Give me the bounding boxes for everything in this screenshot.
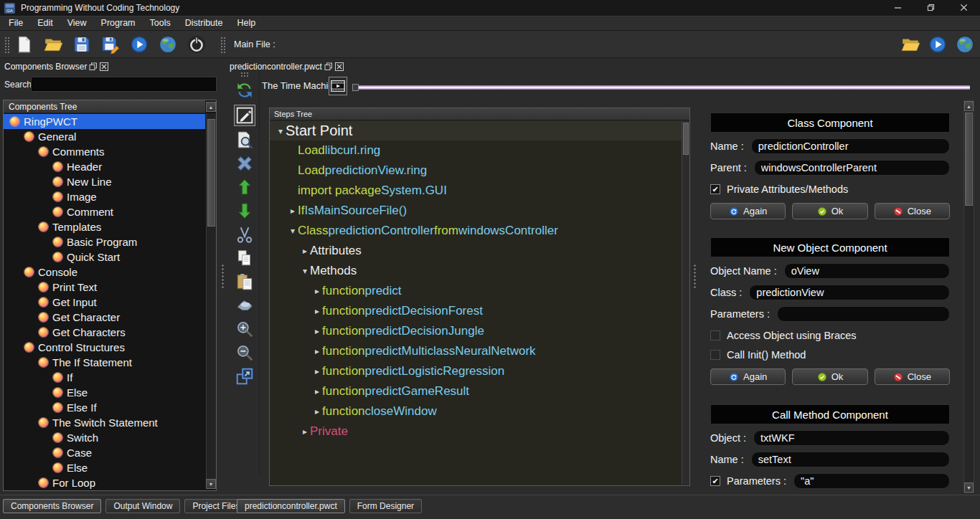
private-attributes-checkbox[interactable] <box>710 184 720 194</box>
tree-item-control-structures[interactable]: Control Structures <box>4 340 205 355</box>
expander-icon[interactable]: ▸ <box>288 206 298 216</box>
step-class-predictioncontroller-from-windowscontroller[interactable]: ▾Class predictionController from windows… <box>270 221 682 241</box>
expander-icon[interactable]: ▸ <box>312 306 322 316</box>
menu-view[interactable]: View <box>60 16 94 30</box>
expander-icon[interactable]: ▸ <box>312 386 322 396</box>
globe-icon[interactable] <box>159 35 177 54</box>
tree-item-else-if[interactable]: Else If <box>4 400 205 415</box>
steps-toolbar-grip[interactable] <box>240 72 249 78</box>
tree-item-print-text[interactable]: Print Text <box>4 280 205 295</box>
tree-item-header[interactable]: Header <box>4 159 205 174</box>
tree-item-get-characters[interactable]: Get Characters <box>4 325 205 340</box>
menu-distribute[interactable]: Distribute <box>178 16 230 30</box>
new-file-icon[interactable] <box>15 35 34 54</box>
globe-icon[interactable] <box>956 35 974 54</box>
expander-icon[interactable]: ▸ <box>312 326 322 336</box>
open-folder-icon[interactable] <box>901 35 920 54</box>
float-icon[interactable] <box>89 62 98 71</box>
step-private[interactable]: ▸Private <box>270 422 682 442</box>
tree-item-else[interactable]: Else <box>4 460 205 475</box>
run-icon[interactable] <box>928 35 947 54</box>
slider-handle[interactable] <box>352 84 359 91</box>
step-load-predictionview-ring[interactable]: Load predictionView.ring <box>270 161 682 181</box>
time-machine-play-button[interactable] <box>329 77 347 95</box>
step-attributes[interactable]: ▸Attributes <box>270 241 682 261</box>
close-window-button[interactable] <box>947 0 980 16</box>
object-name-input[interactable] <box>784 263 950 279</box>
expander-icon[interactable]: ▸ <box>300 427 310 437</box>
step-function-predictmulticlassneuralnetwork[interactable]: ▸function predictMulticlassNeuralNetwork <box>270 341 682 361</box>
close-icon[interactable] <box>335 62 344 71</box>
close-icon[interactable] <box>100 62 108 71</box>
time-machine-slider[interactable] <box>354 85 970 90</box>
forms-scrollbar[interactable] <box>963 100 974 493</box>
expander-icon[interactable]: ▸ <box>312 366 322 376</box>
tree-item-get-input[interactable]: Get Input <box>4 295 205 310</box>
step-start-point[interactable]: ▾Start Point <box>270 121 682 141</box>
float-icon[interactable] <box>324 62 333 71</box>
menu-edit[interactable]: Edit <box>30 16 60 30</box>
ok-button[interactable]: Ok <box>792 368 867 385</box>
tree-item-the-switch-statement[interactable]: The Switch Statement <box>4 415 205 430</box>
menu-file[interactable]: File <box>1 16 30 30</box>
delete-step-icon[interactable] <box>235 154 254 173</box>
tree-item-quick-start[interactable]: Quick Start <box>4 249 205 265</box>
expander-icon[interactable]: ▸ <box>312 346 322 356</box>
tree-item-for-loop[interactable]: For Loop <box>4 475 205 490</box>
scroll-down-button[interactable] <box>206 479 216 489</box>
object-class-input[interactable] <box>749 285 950 300</box>
expander-icon[interactable]: ▸ <box>300 246 310 256</box>
scrollbar-thumb[interactable] <box>207 119 215 227</box>
tab-output-window[interactable]: Output Window <box>105 499 180 513</box>
copy-icon[interactable] <box>235 249 254 267</box>
expander-icon[interactable]: ▾ <box>300 266 310 276</box>
scroll-up-button[interactable] <box>206 102 216 112</box>
tree-item-general[interactable]: General <box>4 129 205 144</box>
save-as-icon[interactable] <box>101 35 120 54</box>
expander-icon[interactable]: ▸ <box>312 406 322 416</box>
open-folder-icon[interactable] <box>44 35 62 54</box>
menu-program[interactable]: Program <box>94 16 143 30</box>
tree-item-templates[interactable]: Templates <box>4 219 205 234</box>
parameters-checkbox[interactable] <box>710 476 720 486</box>
tree-item-if[interactable]: If <box>4 370 205 385</box>
search-input[interactable] <box>32 77 216 91</box>
mainfile-grip[interactable] <box>220 36 225 53</box>
zoom-out-icon[interactable] <box>235 343 254 362</box>
step-import-package-system-gui[interactable]: import package System.GUI <box>270 181 682 201</box>
tab-components-browser[interactable]: Components Browser <box>3 499 101 513</box>
step-load-libcurl-ring[interactable]: Load libcurl.ring <box>270 141 682 161</box>
step-if-ismainsourcefile[interactable]: ▸If IsMainSourceFile() <box>270 201 682 221</box>
tree-item-get-character[interactable]: Get Character <box>4 310 205 325</box>
toolbar-grip[interactable] <box>4 36 9 53</box>
step-function-predictlogisticregression[interactable]: ▸function predictLogisticRegression <box>270 361 682 381</box>
tree-item-console[interactable]: Console <box>4 265 205 280</box>
step-function-predictdecisionforest[interactable]: ▸function predictDecisionForest <box>270 301 682 321</box>
paste-icon[interactable] <box>235 272 254 291</box>
zoom-in-icon[interactable] <box>235 320 254 338</box>
menu-tools[interactable]: Tools <box>143 16 178 30</box>
edit-step-icon[interactable] <box>234 105 255 126</box>
tree-item-new-line[interactable]: New Line <box>4 174 205 189</box>
ok-button[interactable]: Ok <box>792 203 867 219</box>
expander-icon[interactable]: ▸ <box>312 286 322 296</box>
expander-icon[interactable]: ▾ <box>288 226 298 236</box>
method-object-input[interactable] <box>753 430 950 446</box>
tab-form-designer[interactable]: Form Designer <box>349 499 422 513</box>
class-name-input[interactable] <box>751 138 950 154</box>
scroll-down-button[interactable] <box>964 482 974 492</box>
tree-item-basic-program[interactable]: Basic Program <box>4 234 205 249</box>
eraser-icon[interactable] <box>235 296 254 315</box>
again-button[interactable]: Again <box>710 368 786 385</box>
object-parameters-input[interactable] <box>777 306 950 322</box>
run-icon[interactable] <box>130 35 149 54</box>
expander-icon[interactable]: ▾ <box>275 126 286 136</box>
tree-scrollbar[interactable] <box>206 113 216 480</box>
method-parameters-input[interactable] <box>793 473 950 489</box>
tree-item-comments[interactable]: Comments <box>4 144 205 159</box>
step-function-predictgameresult[interactable]: ▸function predictGameResult <box>270 381 682 401</box>
tree-item-comment[interactable]: Comment <box>4 204 205 219</box>
scroll-up-button[interactable] <box>964 101 974 111</box>
scrollbar-thumb[interactable] <box>683 123 689 155</box>
menu-help[interactable]: Help <box>230 16 263 30</box>
